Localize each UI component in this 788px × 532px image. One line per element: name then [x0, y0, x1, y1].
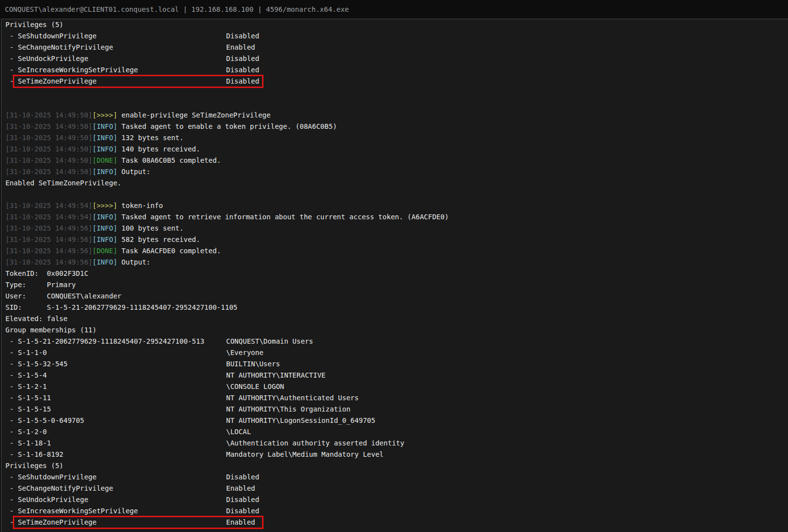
log-line: [31-10-2025 14:49:50][INFO] 132 bytes se… — [5, 132, 788, 144]
log-line: [31-10-2025 14:49:50][INFO] 140 bytes re… — [5, 144, 788, 155]
output-text: Type: Primary — [5, 281, 76, 289]
log-tag: [INFO] — [92, 224, 117, 232]
table-row: - S-1-1-0\Everyone — [5, 347, 788, 358]
log-message: 132 bytes sent. — [121, 134, 183, 142]
row-label: SeUndockPrivilege — [18, 55, 88, 62]
row-value: Enabled — [226, 483, 255, 494]
row-label: S-1-5-4 — [18, 371, 47, 379]
table-row: - S-1-2-1\CONSOLE LOGON — [5, 381, 788, 392]
table-row: - SeShutdownPrivilegeDisabled — [5, 30, 788, 42]
output-text: TokenID: 0x002F3D1C — [5, 269, 88, 277]
output-text: SID: S-1-5-21-2062779629-1118245407-2952… — [5, 303, 237, 311]
table-row: - S-1-5-11NT AUTHORITY\Authenticated Use… — [5, 392, 788, 404]
log-message: token-info — [121, 202, 163, 209]
row-value: NT AUTHORITY\INTERACTIVE — [226, 370, 325, 381]
row-value: \Everyone — [226, 347, 263, 358]
log-message: Output: — [121, 168, 150, 176]
log-tag: [DONE] — [92, 156, 117, 164]
row-value: NT AUTHORITY\LogonSessionId_0_649705 — [226, 415, 375, 426]
row-label: S-1-5-11 — [18, 394, 51, 402]
log-tag: [INFO] — [92, 213, 117, 221]
log-message: enable-privilege SeTimeZonePrivilege — [121, 111, 270, 119]
row-label: SeShutdownPrivilege — [18, 32, 96, 40]
row-label: S-1-2-0 — [18, 428, 47, 436]
table-row: - S-1-18-1\Authentication authority asse… — [5, 438, 788, 449]
row-value: CONQUEST\Domain Users — [226, 336, 313, 347]
section-header: Privileges (5) — [5, 19, 788, 30]
log-message: 582 bytes received. — [121, 236, 200, 243]
log-tag: [DONE] — [92, 247, 117, 255]
log-timestamp: [31-10-2025 14:49:56] — [5, 236, 92, 243]
table-row: - S-1-5-32-545BUILTIN\Users — [5, 358, 788, 370]
log-tag: [INFO] — [92, 122, 117, 130]
output-text: Enabled SeTimeZonePrivilege. — [5, 179, 121, 187]
log-tag: [INFO] — [92, 258, 117, 266]
log-message: Task 08A6C0B5 completed. — [121, 156, 221, 164]
row-value: Disabled — [226, 472, 259, 483]
log-tag: [INFO] — [92, 168, 117, 176]
log-timestamp: [31-10-2025 14:49:50] — [5, 145, 92, 153]
log-line: [31-10-2025 14:49:56][INFO] 100 bytes se… — [5, 223, 788, 234]
row-value: \Authentication authority asserted ident… — [226, 438, 404, 449]
row-label: S-1-1-0 — [18, 349, 47, 356]
log-timestamp: [31-10-2025 14:49:50] — [5, 168, 92, 176]
row-label: S-1-5-32-545 — [18, 360, 67, 368]
log-tag: [INFO] — [92, 134, 117, 142]
row-value: Enabled — [226, 42, 255, 53]
log-message: Output: — [121, 258, 150, 266]
log-line: [31-10-2025 14:49:56][INFO] Output: — [5, 257, 788, 268]
log-line: [31-10-2025 14:49:54][>>>>] token-info — [5, 200, 788, 211]
log-message: Tasked agent to enable a token privilege… — [121, 122, 337, 130]
blank-line — [5, 87, 788, 98]
log-message: Tasked agent to retrieve information abo… — [121, 213, 449, 221]
row-label: SeTimeZonePrivilege — [18, 77, 96, 85]
section-header-text: Group memberships (11) — [5, 326, 96, 334]
log-timestamp: [31-10-2025 14:49:54] — [5, 202, 92, 209]
log-line: [31-10-2025 14:49:56][DONE] Task A6ACFDE… — [5, 245, 788, 257]
blank-line — [5, 189, 788, 200]
log-line: [31-10-2025 14:49:50][INFO] Tasked agent… — [5, 121, 788, 132]
output-line: Elevated: false — [5, 313, 788, 325]
row-label: S-1-2-1 — [18, 383, 47, 390]
log-timestamp: [31-10-2025 14:49:50] — [5, 111, 92, 119]
session-title: CONQUEST\alexander@CLIENT01.conquest.loc… — [5, 5, 349, 13]
log-timestamp: [31-10-2025 14:49:54] — [5, 213, 92, 221]
output-text: Elevated: false — [5, 315, 67, 323]
row-value: Disabled — [226, 30, 259, 42]
log-tag: [>>>>] — [92, 202, 117, 209]
terminal-pane[interactable]: Privileges (5) - SeShutdownPrivilegeDisa… — [1, 19, 788, 532]
row-label: SeIncreaseWorkingSetPrivilege — [18, 66, 138, 74]
table-row: - S-1-16-8192Mandatory Label\Medium Mand… — [5, 449, 788, 460]
output-line: User: CONQUEST\alexander — [5, 291, 788, 302]
output-line: Type: Primary — [5, 279, 788, 291]
log-tag: [INFO] — [92, 145, 117, 153]
section-header: Group memberships (11) — [5, 325, 788, 336]
row-value: Disabled — [226, 76, 259, 87]
table-row: - S-1-5-21-2062779629-1118245407-2952427… — [5, 336, 788, 347]
row-value: BUILTIN\Users — [226, 358, 280, 370]
log-timestamp: [31-10-2025 14:49:50] — [5, 122, 92, 130]
section-header-text: Privileges (5) — [5, 21, 63, 29]
blank-line — [5, 98, 788, 110]
log-line: [31-10-2025 14:49:50][DONE] Task 08A6C0B… — [5, 155, 788, 166]
table-row: - S-1-2-0\LOCAL — [5, 426, 788, 438]
log-message: Task A6ACFDE0 completed. — [121, 247, 221, 255]
row-value: Disabled — [226, 505, 259, 517]
section-header: Privileges (5) — [5, 460, 788, 472]
row-value: \CONSOLE LOGON — [226, 381, 284, 392]
log-line: [31-10-2025 14:49:50][INFO] Output: — [5, 166, 788, 177]
row-value: Disabled — [226, 64, 259, 76]
table-row: - S-1-5-4NT AUTHORITY\INTERACTIVE — [5, 370, 788, 381]
output-line: SID: S-1-5-21-2062779629-1118245407-2952… — [5, 302, 788, 313]
row-label: SeUndockPrivilege — [18, 496, 88, 503]
table-row: - SeChangeNotifyPrivilegeEnabled — [5, 483, 788, 494]
row-value: NT AUTHORITY\This Organization — [226, 404, 350, 415]
session-titlebar: CONQUEST\alexander@CLIENT01.conquest.loc… — [0, 0, 788, 19]
row-value: Disabled — [226, 53, 259, 64]
table-row: - S-1-5-5-0-649705NT AUTHORITY\LogonSess… — [5, 415, 788, 426]
table-row: - S-1-5-15NT AUTHORITY\This Organization — [5, 404, 788, 415]
log-line: [31-10-2025 14:49:50][>>>>] enable-privi… — [5, 110, 788, 121]
row-label: SeShutdownPrivilege — [18, 473, 96, 481]
log-timestamp: [31-10-2025 14:49:56] — [5, 247, 92, 255]
row-label: S-1-5-21-2062779629-1118245407-295242710… — [18, 337, 204, 345]
